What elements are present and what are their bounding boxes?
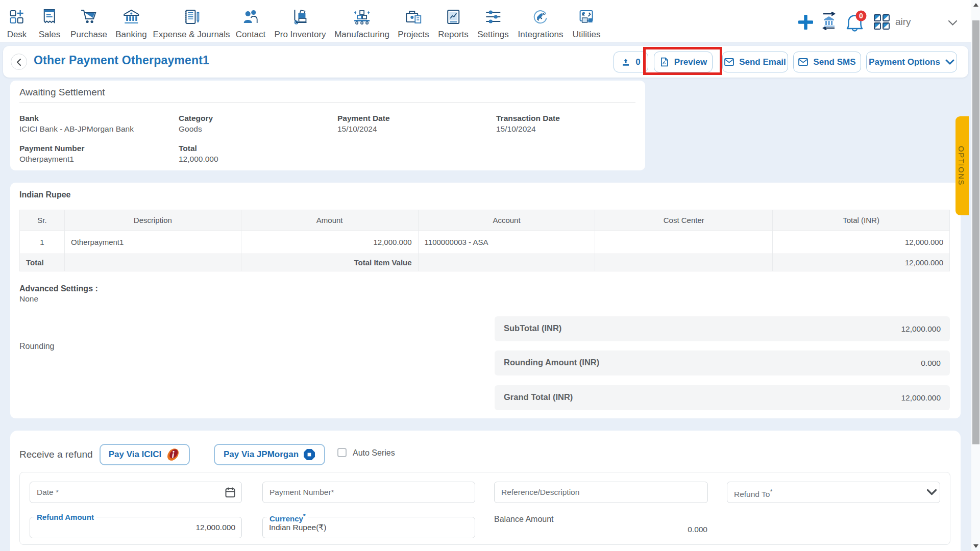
svg-text:0: 0 xyxy=(859,12,863,20)
